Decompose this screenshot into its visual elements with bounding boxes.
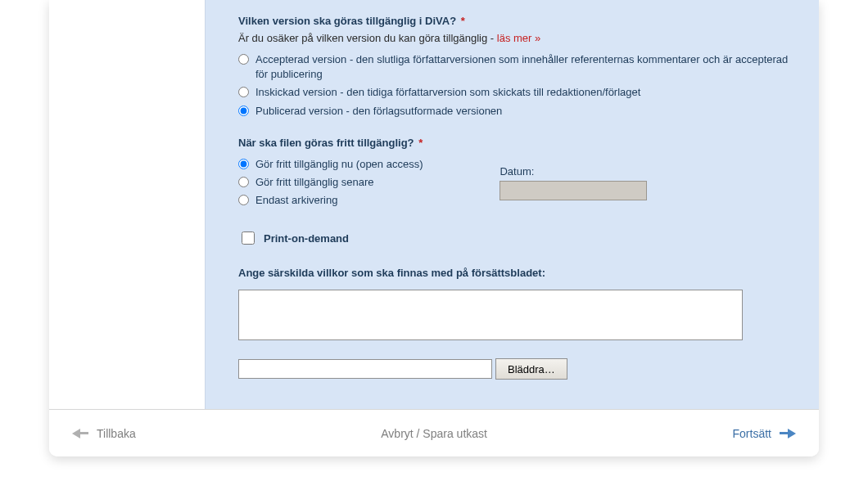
radio-submitted-label: Inskickad version - den tidiga författar… <box>255 85 640 100</box>
q1-heading-text: Vilken version ska göras tillgänglig i D… <box>238 15 456 27</box>
arrow-right-icon <box>780 429 796 438</box>
continue-label: Fortsätt <box>733 427 771 440</box>
conditions-label: Ange särskilda villkor som ska finnas me… <box>238 267 796 279</box>
radio-avail-later-label: Gör fritt tillgänglig senare <box>255 175 374 190</box>
radio-submitted-version[interactable] <box>238 87 249 97</box>
print-on-demand-label: Print-on-demand <box>264 232 349 245</box>
radio-published-label: Publicerad version - den förlagsutformad… <box>255 104 502 119</box>
browse-button[interactable]: Bläddra… <box>495 358 567 380</box>
radio-avail-archive[interactable] <box>238 195 249 205</box>
radio-avail-later[interactable] <box>238 177 249 187</box>
q2-heading: När ska filen göras fritt tillgänglig? * <box>238 137 796 149</box>
footer-nav: Tillbaka Avbryt / Spara utkast Fortsätt <box>49 409 819 456</box>
sidebar <box>49 0 205 409</box>
cancel-save-button[interactable]: Avbryt / Spara utkast <box>136 427 733 440</box>
date-label: Datum: <box>500 165 647 178</box>
continue-button[interactable]: Fortsätt <box>733 427 796 440</box>
back-label: Tillbaka <box>97 427 136 440</box>
cancel-save-label: Avbryt / Spara utkast <box>381 427 487 440</box>
radio-accepted-label: Accepterad version - den slutliga förfat… <box>255 52 796 82</box>
q1-heading: Vilken version ska göras tillgänglig i D… <box>238 15 796 27</box>
required-asterisk: * <box>461 15 465 27</box>
print-on-demand-checkbox[interactable] <box>242 232 255 245</box>
file-path-input[interactable] <box>238 359 492 379</box>
radio-accepted-version[interactable] <box>238 54 249 65</box>
back-button[interactable]: Tillbaka <box>72 427 136 440</box>
form-panel: Vilken version ska göras tillgänglig i D… <box>205 0 819 409</box>
date-input[interactable] <box>500 181 647 200</box>
read-more-link[interactable]: läs mer » <box>497 32 540 44</box>
radio-avail-archive-label: Endast arkivering <box>255 193 337 208</box>
required-asterisk: * <box>418 137 423 149</box>
conditions-textarea[interactable] <box>238 290 743 340</box>
q1-sub-prefix: Är du osäker på vilken version du kan gö… <box>238 32 497 44</box>
radio-avail-now-label: Gör fritt tillgänglig nu (open access) <box>255 157 423 172</box>
q2-heading-text: När ska filen göras fritt tillgänglig? <box>238 137 414 149</box>
radio-avail-now[interactable] <box>238 159 249 169</box>
q1-subtext: Är du osäker på vilken version du kan gö… <box>238 32 796 44</box>
arrow-left-icon <box>72 429 88 438</box>
radio-published-version[interactable] <box>238 106 249 116</box>
